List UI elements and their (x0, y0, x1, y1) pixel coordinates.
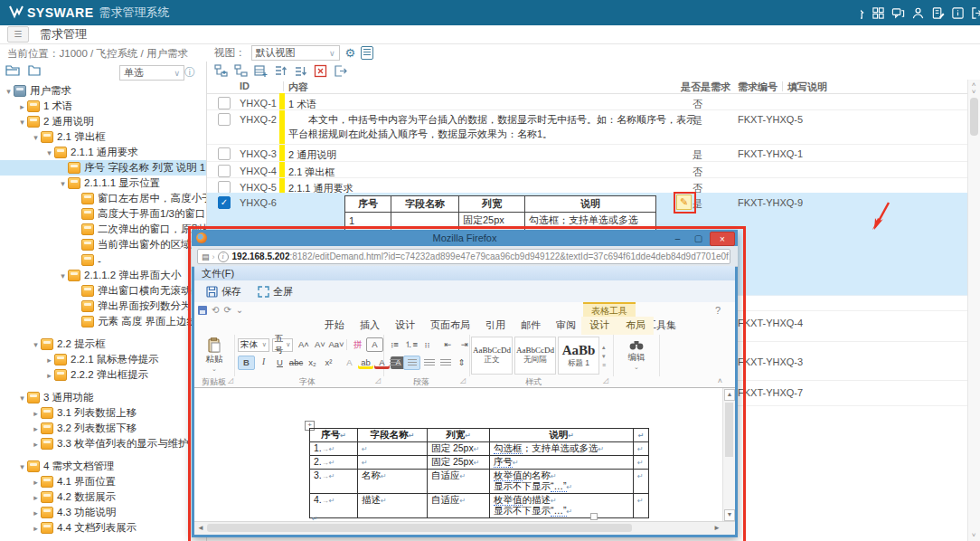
requirement-tree: ▾ 用户需求 ▸ 1 术语 ▾ 2 通用说明 ▾ (0, 83, 206, 541)
tree-caret-icon[interactable]: ▾ (58, 271, 68, 280)
tree-item[interactable]: 当前弹出窗外的区域遮罩显示。 (0, 237, 206, 252)
move-down-icon[interactable] (294, 64, 307, 78)
delete-row-icon[interactable] (314, 64, 327, 78)
scrollbar-thumb[interactable] (970, 98, 978, 136)
col-num: 序号 (345, 196, 391, 213)
row-checkbox[interactable] (218, 181, 231, 194)
row-reqno: FKXT-YHXQ-1 (738, 148, 803, 159)
column-header-isreq[interactable]: 是否是需求 (681, 81, 730, 94)
tree-caret-icon[interactable]: ▸ (31, 493, 41, 502)
export-icon[interactable] (334, 64, 347, 78)
grid-row-yhxq5[interactable]: YHXQ-5 2.1.1 通用要求 否 (207, 177, 968, 194)
tree-caret-icon[interactable]: ▸ (31, 478, 41, 487)
tree-item[interactable]: ▾ 2 通用说明 (0, 114, 98, 129)
column-header-content[interactable]: 内容 (288, 81, 308, 94)
messages-icon[interactable] (891, 6, 905, 20)
scroll-down-icon[interactable]: ˅ (968, 532, 979, 539)
tree-caret-icon[interactable]: ▾ (17, 462, 27, 471)
grid-vertical-scrollbar[interactable]: ˄ ˅ ˅ (967, 80, 980, 541)
view-label: 视图： (214, 46, 246, 60)
tree-caret-icon[interactable]: ▸ (31, 524, 41, 533)
row-checkbox[interactable] (218, 97, 231, 109)
row-checkbox-checked[interactable]: ✓ (218, 196, 231, 209)
row-isreq: 是 (693, 148, 702, 162)
tree-caret-icon[interactable]: ▸ (31, 409, 41, 418)
tree-item[interactable]: 窗口左右居中，高度小于界面1/3的窗... (0, 191, 206, 206)
view-settings-gear-icon[interactable]: ⚙ (345, 47, 356, 59)
tree-item[interactable]: ▾ 4 需求文档管理 (0, 459, 118, 474)
tree-item[interactable]: 弹出窗口横向无滚动条，纵向超出最... (0, 283, 206, 299)
tree-item[interactable]: ▸ 3.1 列表数据上移 (0, 405, 140, 421)
tree-item[interactable]: 元素 高度 界面上边线 1 标题栏 28 p... (0, 314, 206, 329)
tree-item-label: 高度大于界面1/3的窗口，上下居中显... (98, 207, 206, 221)
tree-item[interactable]: ▸ 3.3 枚举值列表的显示与维护 (0, 436, 193, 451)
tree-item[interactable]: ▾ 2.1.1 通用要求 (0, 145, 142, 160)
tree-caret-icon[interactable]: ▸ (44, 371, 54, 380)
tree-item[interactable]: ▸ 4.1 界面位置 (0, 474, 119, 489)
row-checkbox[interactable] (218, 165, 231, 177)
apps-grid-icon[interactable] (872, 6, 885, 20)
expand-folder-icon[interactable] (5, 64, 20, 79)
home-icon[interactable] (861, 6, 865, 20)
tree-item[interactable]: ▾ 2.1.1.1 显示位置 (0, 176, 164, 191)
insert-child-row-icon[interactable] (214, 64, 228, 78)
tree-item[interactable]: 二次弹出的窗口，原则相同，同时，... (0, 222, 206, 237)
grid-row-yhxq3[interactable]: YHXQ-3 2 通用说明 是 FKXT-YHXQ-1 (207, 144, 968, 162)
move-up-icon[interactable] (274, 64, 287, 78)
annotation-box (674, 192, 696, 214)
tree-filter-select[interactable]: 单选 ∨ (119, 65, 184, 81)
scroll-down-icon[interactable]: ˅ (968, 89, 979, 96)
column-header-id[interactable]: ID (240, 81, 250, 91)
collapse-folder-icon[interactable] (28, 64, 41, 79)
column-header-note[interactable]: 填写说明 (787, 81, 827, 94)
view-select[interactable]: 默认视图 ∨ (251, 45, 340, 61)
view-list-icon[interactable] (361, 46, 373, 60)
add-row-icon[interactable] (254, 64, 268, 78)
tree-caret-icon[interactable]: ▸ (44, 356, 54, 365)
table-header-row: 序号 字段名称 列宽 说明 (345, 196, 656, 213)
insert-sibling-row-icon[interactable] (234, 64, 248, 78)
grid-row-yhxq1[interactable]: YHXQ-1 1 术语 否 (207, 93, 968, 110)
tree-caret-icon[interactable]: ▾ (17, 118, 27, 127)
tree-caret-icon[interactable]: ▾ (4, 87, 14, 96)
tree-caret-icon[interactable]: ▾ (17, 394, 27, 403)
tree-node-icon (27, 100, 40, 112)
tree-item[interactable]: - (0, 252, 105, 268)
exit-icon[interactable] (971, 6, 980, 20)
row-checkbox[interactable] (218, 147, 231, 160)
tree-item[interactable]: ▸ 2.2.2 弹出框提示 (0, 367, 152, 383)
column-header-reqno[interactable]: 需求编号 (738, 81, 777, 94)
tree-caret-icon[interactable]: ▸ (17, 102, 27, 111)
tree-item[interactable]: ▸ 4.3 功能说明 (0, 505, 119, 520)
tree-item[interactable]: ▸ 1 术语 (0, 99, 77, 114)
tree-item[interactable]: ▸ 4.2 数据展示 (0, 489, 119, 505)
grid-row-yhxq2[interactable]: YHXQ-2 本文中，中括号中内容为平台插入的数据，数据显示时无中括号。如：名称… (207, 109, 968, 145)
tree-caret-icon[interactable]: ▾ (31, 340, 41, 349)
tree-caret-icon[interactable]: ▸ (31, 424, 41, 433)
tree-item[interactable]: ▾ 3 通用功能 (0, 390, 98, 405)
tree-item[interactable]: ▸ 2.2.1 鼠标悬停提示 (0, 352, 163, 367)
tree-item[interactable]: 高度大于界面1/3的窗口，上下居中显... (0, 206, 206, 222)
info-icon[interactable] (951, 6, 965, 20)
tree-item[interactable]: ▾ 用户需求 (0, 83, 75, 99)
row-checkbox[interactable] (218, 113, 231, 126)
tree-caret-icon[interactable]: ▾ (31, 133, 41, 142)
tree-node-icon (81, 239, 94, 251)
doc-edit-icon[interactable] (931, 6, 945, 20)
tree-caret-icon[interactable]: ▸ (31, 440, 41, 449)
tree-item[interactable]: ▸ 3.2 列表数据下移 (0, 421, 140, 436)
info-circle-icon[interactable]: ⓘ (184, 65, 195, 81)
tree-item[interactable]: ▸ 4.4 文档列表展示 (0, 520, 140, 536)
row-id: YHXQ-4 (240, 166, 277, 176)
user-icon[interactable] (911, 6, 925, 20)
tree-item[interactable]: ▾ 2.1 弹出框 (0, 129, 109, 145)
tree-item[interactable]: ▾ 2.1.1.2 弹出界面大小 (0, 268, 184, 283)
tree-caret-icon[interactable]: ▾ (44, 148, 54, 157)
tree-item[interactable]: 弹出界面按列数分为四列显示和双列... (0, 299, 206, 314)
tree-item[interactable]: 序号 字段名称 列宽 说明 1. 固定25px 勾... (0, 160, 206, 176)
tree-caret-icon[interactable]: ▸ (31, 508, 41, 517)
menu-toggle-button[interactable]: ☰ (7, 26, 29, 43)
grid-row-yhxq4[interactable]: YHXQ-4 2.1 弹出框 否 (207, 161, 968, 178)
tree-caret-icon[interactable]: ▾ (58, 179, 68, 188)
tree-item[interactable]: ▾ 2.2 提示框 (0, 337, 109, 352)
